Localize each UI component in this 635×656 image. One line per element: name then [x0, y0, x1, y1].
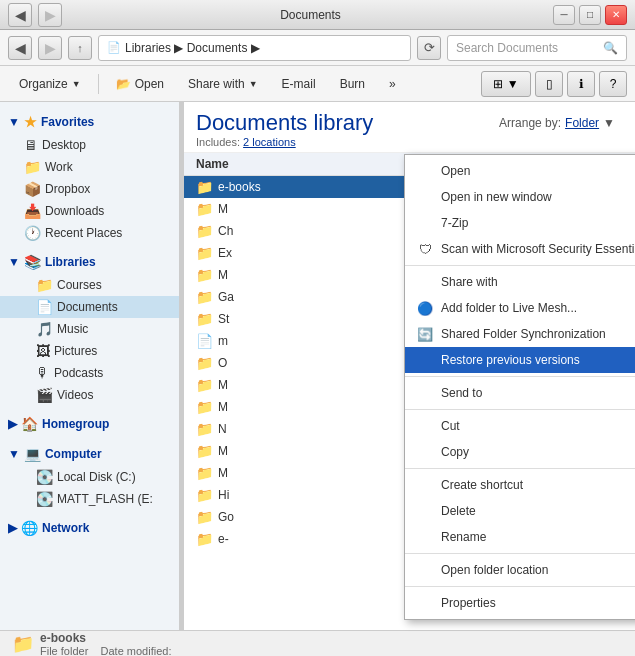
- menu-item-label: Rename: [441, 530, 486, 544]
- sidebar-item-music[interactable]: 🎵 Music: [0, 318, 179, 340]
- status-type-label: File folder: [40, 645, 88, 657]
- sidebar-item-label: Local Disk (C:): [57, 470, 136, 484]
- sidebar-item-matt-flash[interactable]: 💽 MATT_FLASH (E:: [0, 488, 179, 510]
- sidebar-item-local-disk[interactable]: 💽 Local Disk (C:): [0, 466, 179, 488]
- menu-item-label: Open folder location: [441, 563, 548, 577]
- menu-item[interactable]: Open in new window: [405, 184, 635, 210]
- email-button[interactable]: E-mail: [271, 70, 327, 98]
- network-group[interactable]: ▶ 🌐 Network: [0, 516, 179, 540]
- view-toggle-button[interactable]: ⊞ ▼: [481, 71, 531, 97]
- sidebar-item-pictures[interactable]: 🖼 Pictures: [0, 340, 179, 362]
- menu-item[interactable]: 🔄Shared Folder Synchronization▶: [405, 321, 635, 347]
- up-nav-button[interactable]: ↑: [68, 36, 92, 60]
- help-button[interactable]: ?: [599, 71, 627, 97]
- share-with-button[interactable]: Share with ▼: [177, 70, 269, 98]
- menu-item[interactable]: Open: [405, 158, 635, 184]
- sidebar-item-courses[interactable]: 📁 Courses: [0, 274, 179, 296]
- homegroup-group[interactable]: ▶ 🏠 Homegroup: [0, 412, 179, 436]
- menu-item-label: Copy: [441, 445, 469, 459]
- computer-label: Computer: [45, 447, 102, 461]
- title-bar: ◀ ▶ Documents ─ □ ✕: [0, 0, 635, 30]
- sidebar-item-label: Music: [57, 322, 88, 336]
- menu-item-icon: 🔄: [417, 326, 433, 342]
- videos-icon: 🎬: [36, 387, 53, 403]
- sidebar-item-label: Downloads: [45, 204, 104, 218]
- close-button[interactable]: ✕: [605, 5, 627, 25]
- menu-item[interactable]: Copy: [405, 439, 635, 465]
- minimize-button[interactable]: ─: [553, 5, 575, 25]
- window-controls: ─ □ ✕: [553, 5, 627, 25]
- menu-item[interactable]: Rename: [405, 524, 635, 550]
- file-icon: 📁: [196, 487, 212, 503]
- search-placeholder: Search Documents: [456, 41, 558, 55]
- dropbox-icon: 📦: [24, 181, 41, 197]
- chevron-down-icon: ▼: [8, 447, 20, 461]
- menu-item[interactable]: Cut: [405, 413, 635, 439]
- computer-group[interactable]: ▼ 💻 Computer: [0, 442, 179, 466]
- back-button[interactable]: ◀: [8, 3, 32, 27]
- documents-icon: 📄: [36, 299, 53, 315]
- sidebar-item-videos[interactable]: 🎬 Videos: [0, 384, 179, 406]
- menu-item[interactable]: Properties: [405, 590, 635, 616]
- organize-button[interactable]: Organize ▼: [8, 70, 92, 98]
- sidebar-item-downloads[interactable]: 📥 Downloads: [0, 200, 179, 222]
- address-path[interactable]: 📄 Libraries ▶ Documents ▶: [98, 35, 411, 61]
- maximize-button[interactable]: □: [579, 5, 601, 25]
- sidebar-item-desktop[interactable]: 🖥 Desktop: [0, 134, 179, 156]
- libraries-label: Libraries: [45, 255, 96, 269]
- menu-divider: [405, 468, 635, 469]
- menu-item[interactable]: Create shortcut: [405, 472, 635, 498]
- libraries-group[interactable]: ▼ 📚 Libraries: [0, 250, 179, 274]
- menu-item[interactable]: 🔵Add folder to Live Mesh...: [405, 295, 635, 321]
- sidebar-item-label: Podcasts: [54, 366, 103, 380]
- burn-button[interactable]: Burn: [329, 70, 376, 98]
- file-icon: 📁: [196, 179, 212, 195]
- homegroup-icon: 🏠: [21, 416, 38, 432]
- toolbar-separator-1: [98, 74, 99, 94]
- sidebar-item-recent-places[interactable]: 🕐 Recent Places: [0, 222, 179, 244]
- sidebar-item-documents[interactable]: 📄 Documents: [0, 296, 179, 318]
- menu-item[interactable]: Delete: [405, 498, 635, 524]
- forward-button[interactable]: ▶: [38, 3, 62, 27]
- menu-divider: [405, 265, 635, 266]
- computer-icon: 💻: [24, 446, 41, 462]
- menu-item[interactable]: 7-Zip▶: [405, 210, 635, 236]
- locations-link[interactable]: 2 locations: [243, 136, 296, 148]
- star-icon: ★: [24, 114, 37, 130]
- menu-item-label: Delete: [441, 504, 476, 518]
- search-box[interactable]: Search Documents 🔍: [447, 35, 627, 61]
- network-section: ▶ 🌐 Network: [0, 516, 179, 540]
- open-button[interactable]: 📂 Open: [105, 70, 175, 98]
- address-bar: ◀ ▶ ↑ 📄 Libraries ▶ Documents ▶ ⟳ Search…: [0, 30, 635, 66]
- sidebar-item-label: MATT_FLASH (E:: [57, 492, 153, 506]
- sidebar-item-label: Work: [45, 160, 73, 174]
- context-menu: OpenOpen in new window7-Zip▶🛡Scan with M…: [404, 154, 635, 620]
- sidebar-item-label: Documents: [57, 300, 118, 314]
- refresh-button[interactable]: ⟳: [417, 36, 441, 60]
- menu-item[interactable]: Restore previous versions: [405, 347, 635, 373]
- status-item-name: e-books: [40, 631, 171, 645]
- more-button[interactable]: »: [378, 70, 407, 98]
- file-icon: 📁: [196, 509, 212, 525]
- preview-pane-button[interactable]: ▯: [535, 71, 563, 97]
- flash-drive-icon: 💽: [36, 491, 53, 507]
- sidebar-item-dropbox[interactable]: 📦 Dropbox: [0, 178, 179, 200]
- sidebar-item-label: Dropbox: [45, 182, 90, 196]
- sidebar-item-podcasts[interactable]: 🎙 Podcasts: [0, 362, 179, 384]
- details-pane-button[interactable]: ℹ: [567, 71, 595, 97]
- back-nav-button[interactable]: ◀: [8, 36, 32, 60]
- file-icon: 📁: [196, 311, 212, 327]
- favorites-group[interactable]: ▼ ★ Favorites: [0, 110, 179, 134]
- status-item-type: File folder Date modified:: [40, 645, 171, 657]
- folder-arrange-link[interactable]: Folder: [565, 116, 599, 130]
- menu-item[interactable]: Open folder location: [405, 557, 635, 583]
- menu-item[interactable]: Send to▶: [405, 380, 635, 406]
- sidebar-item-work[interactable]: 📁 Work: [0, 156, 179, 178]
- menu-item[interactable]: 🛡Scan with Microsoft Security Essentials…: [405, 236, 635, 262]
- menu-item[interactable]: Share with▶: [405, 269, 635, 295]
- file-icon: 📁: [196, 377, 212, 393]
- menu-item-label: Shared Folder Synchronization: [441, 327, 606, 341]
- homegroup-section: ▶ 🏠 Homegroup: [0, 412, 179, 436]
- forward-nav-button[interactable]: ▶: [38, 36, 62, 60]
- file-icon: 📁: [196, 465, 212, 481]
